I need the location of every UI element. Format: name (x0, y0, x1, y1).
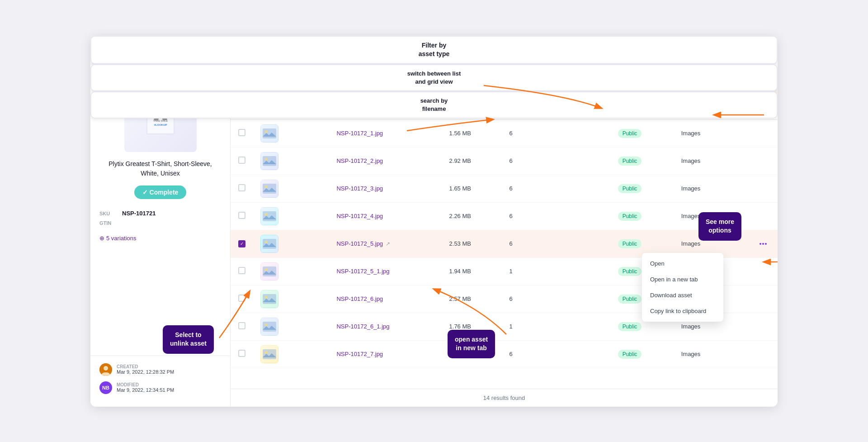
tab-relationships[interactable]: RELATIONSHIPS (456, 36, 524, 57)
svg-rect-7 (634, 69, 639, 70)
asset-name-link[interactable]: NSP-10172_7.jpg (336, 351, 434, 357)
svg-rect-13 (653, 72, 656, 74)
asset-name-link[interactable]: NSP-10172_5.jpg ↗ (336, 240, 434, 247)
asset-name-link[interactable]: NSP-10172_5_1.jpg (336, 268, 434, 275)
svg-rect-30 (263, 266, 276, 276)
tab-variations[interactable]: VARIATIONS (400, 36, 456, 57)
type-value: Images (681, 130, 701, 137)
row-checkbox[interactable] (238, 295, 245, 302)
tab-assets[interactable]: ASSETS (298, 36, 341, 57)
size-cell: 1.76 MB (442, 313, 502, 340)
asset-name-cell[interactable]: NSP-10172_3.jpg (329, 175, 442, 202)
variations-link[interactable]: ⊕ 5 variations (90, 233, 230, 243)
asset-name-cell[interactable]: NSP-10172_4.jpg (329, 202, 442, 230)
row-checkbox-cell[interactable] (231, 340, 253, 368)
search-icon: 🔍 (673, 68, 680, 75)
sidebar-meta: CREATED Mar 9, 2022, 12:28:32 PM NB MODI… (90, 356, 230, 407)
row-checkbox[interactable] (238, 322, 245, 329)
context-menu-open-new-tab[interactable]: Open in a new tab (642, 271, 723, 287)
selected-count: 1 selected (250, 91, 277, 98)
tab-attributes[interactable]: ATTRIBUTES (241, 36, 298, 57)
svg-rect-10 (650, 69, 652, 71)
asset-name-cell[interactable]: NSP-10172_2.jpg (329, 147, 442, 175)
context-menu-open[interactable]: Open (642, 256, 723, 271)
row-checkbox[interactable]: ✓ (238, 240, 245, 247)
size-cell: 2.57 MB (442, 285, 502, 313)
asset-name-cell[interactable]: NSP-10172_5.jpg ↗ (329, 230, 442, 257)
sidebar-header: ← All products ··· ‹ › (90, 36, 230, 64)
asset-name-link[interactable]: NSP-10172_2.jpg (336, 157, 434, 164)
asset-name-link[interactable]: NSP-10172_3.jpg (336, 185, 434, 192)
row-more-options-button[interactable] (756, 241, 770, 247)
asset-name-cell[interactable]: NSP-10172_6_1.jpg (329, 313, 442, 340)
grid-view-button[interactable] (645, 63, 661, 80)
asset-name-cell[interactable]: NSP-10172_5_1.jpg (329, 257, 442, 285)
actions-cell (730, 313, 778, 340)
back-link[interactable]: ← All products (99, 47, 142, 55)
svg-rect-33 (263, 294, 276, 304)
row-checkbox[interactable] (238, 157, 245, 164)
type-cell: Images (674, 119, 730, 147)
asset-type-select[interactable]: All asset types ▾ (542, 64, 623, 79)
row-checkbox[interactable] (238, 350, 245, 357)
row-checkbox-cell[interactable] (231, 147, 253, 175)
svg-rect-9 (634, 73, 639, 74)
row-checkbox-cell[interactable]: ✓ (231, 230, 253, 257)
prev-button[interactable]: ‹ (191, 44, 205, 57)
asset-name-link[interactable]: NSP-10172_6_1.jpg (336, 323, 434, 330)
next-button[interactable]: › (208, 44, 221, 57)
table-row: NSP-10172_2.jpg 2.92 MB 6 Public Images (231, 147, 778, 175)
select-all-checkbox[interactable]: − (238, 108, 245, 115)
table-row: NSP-10172_3.jpg 1.65 MB 6 Public Images (231, 175, 778, 202)
asset-thumbnail (260, 262, 278, 280)
complete-button[interactable]: ✓ Complete (134, 185, 187, 199)
row-checkbox-cell[interactable] (231, 285, 253, 313)
sku-field-row: SKU NSP-101721 (99, 210, 221, 217)
th-type: TYPE (674, 103, 730, 120)
more-options-button[interactable]: ··· (173, 44, 189, 57)
row-checkbox-cell[interactable] (231, 202, 253, 230)
type-cell: Images (674, 175, 730, 202)
linked-products-cell: 6 (502, 147, 611, 175)
row-checkbox[interactable] (238, 184, 245, 191)
row-checkbox-cell[interactable] (231, 119, 253, 147)
asset-name-link[interactable]: NSP-10172_1.jpg (336, 130, 434, 137)
row-checkbox-cell[interactable] (231, 175, 253, 202)
gtin-label: GTIN (99, 220, 118, 226)
row-checkbox[interactable] (238, 129, 245, 136)
type-cell: Images (674, 147, 730, 175)
tab-categories[interactable]: CATEGORIES (341, 36, 400, 57)
privacy-cell: Public (611, 147, 674, 175)
row-checkbox-cell[interactable] (231, 257, 253, 285)
row-checkbox[interactable] (238, 267, 245, 274)
row-checkbox-cell[interactable] (231, 313, 253, 340)
svg-point-6 (104, 366, 108, 371)
th-asset-name[interactable]: ↑ ASSET NAME (329, 103, 442, 120)
context-menu-copy-link[interactable]: Copy link to clipboard (642, 303, 723, 319)
asset-name-cell[interactable]: NSP-10172_1.jpg (329, 119, 442, 147)
svg-point-40 (265, 351, 268, 354)
asset-name-link[interactable]: NSP-10172_6.jpg (336, 295, 434, 302)
search-input[interactable] (684, 68, 760, 75)
list-view-button[interactable] (628, 63, 645, 80)
context-menu-download[interactable]: Download asset (642, 287, 723, 303)
asset-thumbnail (260, 124, 278, 143)
asset-thumbnail (260, 152, 278, 170)
privacy-badge: Public (618, 239, 642, 248)
svg-point-25 (265, 213, 268, 216)
row-checkbox[interactable] (238, 212, 245, 219)
back-link-label: All products (109, 47, 142, 54)
sku-label: SKU (99, 211, 118, 216)
sidebar: ← All products ··· ‹ › PLYTIX THE GREATE… (90, 36, 231, 407)
asset-name-link[interactable]: NSP-10172_4.jpg (336, 213, 434, 219)
privacy-badge: Public (618, 184, 642, 193)
asset-name-cell[interactable]: NSP-10172_6.jpg (329, 285, 442, 313)
svg-rect-36 (263, 322, 276, 332)
unlink-label: Unlink assets (250, 68, 285, 75)
unlink-assets-button[interactable]: ⛓ Unlink assets (241, 68, 285, 75)
modified-meta-row: NB MODIFIED Mar 9, 2022, 12:34:51 PM (99, 381, 221, 394)
results-text: 14 results found (483, 394, 525, 401)
asset-name-cell[interactable]: NSP-10172_7.jpg (329, 340, 442, 368)
th-checkbox[interactable]: − (231, 103, 253, 120)
size-cell: 2.53 MB (442, 230, 502, 257)
